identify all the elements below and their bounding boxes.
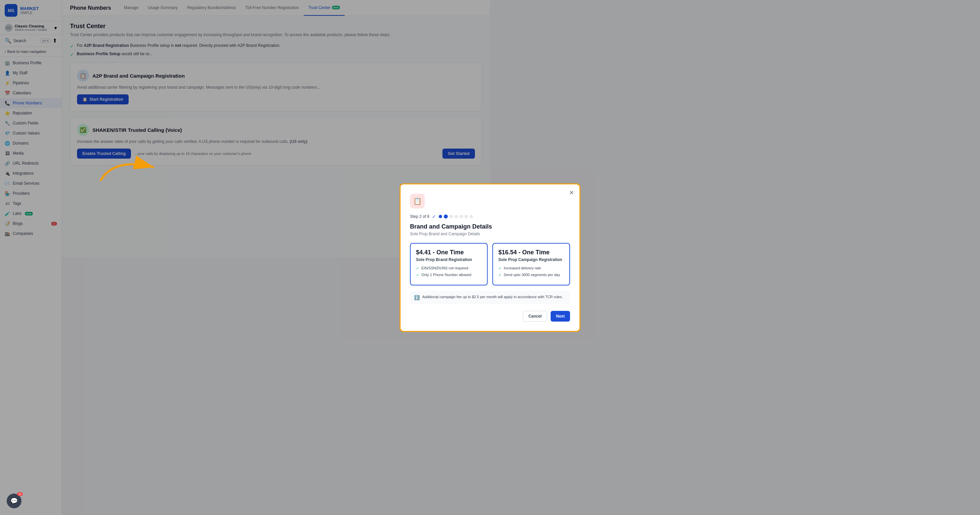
modal-title: Brand and Campaign Details [410, 223, 490, 230]
step-dot-3 [449, 215, 453, 218]
arrow-annotation [94, 147, 167, 191]
step-dot-5 [460, 215, 463, 218]
step-dot-6 [465, 215, 468, 218]
pricing-cards: $4.41 - One Time Sole Prop Brand Registr… [410, 243, 490, 258]
step-text: Step 2 of 8 [410, 214, 430, 219]
modal-overlay: ✕ 📋 Step 2 of 8 ✓ Brand and Campaign Det… [0, 0, 490, 257]
modal-icon: 📋 [413, 197, 422, 205]
brand-pricing-card: $4.41 - One Time Sole Prop Brand Registr… [410, 243, 488, 258]
brand-campaign-modal: ✕ 📋 Step 2 of 8 ✓ Brand and Campaign Det… [399, 183, 490, 258]
brand-name: Sole Prop Brand Registration [416, 257, 482, 258]
modal-subtitle: Sole Prop Brand and Campaign Details [410, 231, 490, 236]
step-dot-7 [469, 215, 473, 218]
modal-header-icon: 📋 [410, 194, 425, 209]
step-dots [439, 214, 473, 219]
step-dot-2 [444, 214, 448, 219]
step-check-icon: ✓ [432, 214, 436, 219]
step-dot-4 [455, 215, 458, 218]
brand-price: $4.41 - One Time [416, 249, 482, 256]
modal-step-indicator: Step 2 of 8 ✓ [410, 214, 490, 219]
step-dot-1 [439, 215, 442, 218]
